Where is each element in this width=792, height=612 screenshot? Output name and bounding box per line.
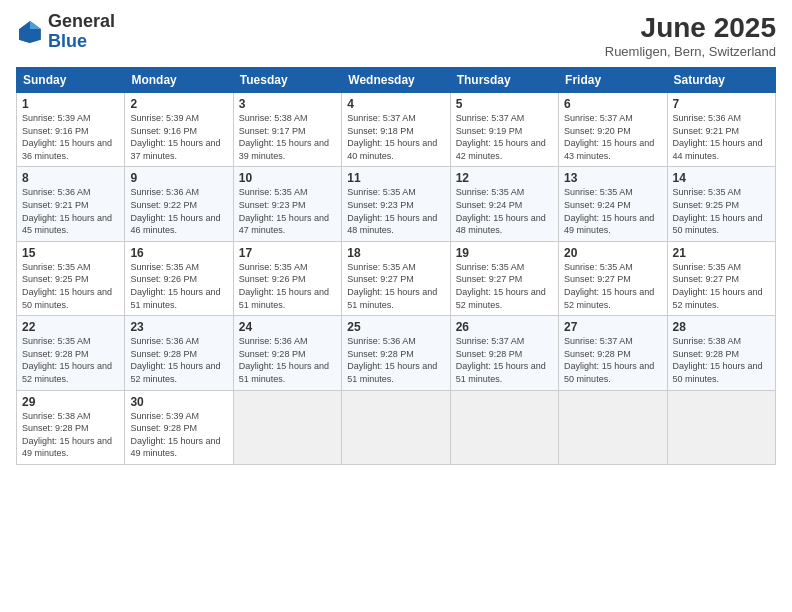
svg-marker-2 (19, 29, 30, 43)
day-info: Sunrise: 5:39 AMSunset: 9:16 PMDaylight:… (22, 113, 112, 161)
calendar-cell: 21Sunrise: 5:35 AMSunset: 9:27 PMDayligh… (667, 241, 775, 315)
calendar-cell: 12Sunrise: 5:35 AMSunset: 9:24 PMDayligh… (450, 167, 558, 241)
month-title: June 2025 (605, 12, 776, 44)
page-header: General Blue June 2025 Ruemligen, Bern, … (16, 12, 776, 59)
calendar-cell: 20Sunrise: 5:35 AMSunset: 9:27 PMDayligh… (559, 241, 667, 315)
day-number: 2 (130, 97, 227, 111)
logo-blue: Blue (48, 31, 87, 51)
calendar-cell: 8Sunrise: 5:36 AMSunset: 9:21 PMDaylight… (17, 167, 125, 241)
calendar-cell (342, 390, 450, 464)
day-info: Sunrise: 5:36 AMSunset: 9:28 PMDaylight:… (239, 336, 329, 384)
calendar-cell: 18Sunrise: 5:35 AMSunset: 9:27 PMDayligh… (342, 241, 450, 315)
calendar-cell: 15Sunrise: 5:35 AMSunset: 9:25 PMDayligh… (17, 241, 125, 315)
day-number: 5 (456, 97, 553, 111)
calendar-page: General Blue June 2025 Ruemligen, Bern, … (0, 0, 792, 612)
day-number: 7 (673, 97, 770, 111)
logo-general: General (48, 11, 115, 31)
calendar-cell: 30Sunrise: 5:39 AMSunset: 9:28 PMDayligh… (125, 390, 233, 464)
day-number: 6 (564, 97, 661, 111)
day-number: 22 (22, 320, 119, 334)
day-info: Sunrise: 5:35 AMSunset: 9:26 PMDaylight:… (130, 262, 220, 310)
calendar-cell: 10Sunrise: 5:35 AMSunset: 9:23 PMDayligh… (233, 167, 341, 241)
calendar-cell: 29Sunrise: 5:38 AMSunset: 9:28 PMDayligh… (17, 390, 125, 464)
weekday-header: Monday (125, 68, 233, 93)
weekday-header: Wednesday (342, 68, 450, 93)
day-info: Sunrise: 5:35 AMSunset: 9:23 PMDaylight:… (347, 187, 437, 235)
day-number: 9 (130, 171, 227, 185)
day-info: Sunrise: 5:36 AMSunset: 9:21 PMDaylight:… (22, 187, 112, 235)
day-number: 3 (239, 97, 336, 111)
calendar-cell: 13Sunrise: 5:35 AMSunset: 9:24 PMDayligh… (559, 167, 667, 241)
day-info: Sunrise: 5:35 AMSunset: 9:26 PMDaylight:… (239, 262, 329, 310)
day-info: Sunrise: 5:38 AMSunset: 9:28 PMDaylight:… (22, 411, 112, 459)
day-number: 8 (22, 171, 119, 185)
day-info: Sunrise: 5:38 AMSunset: 9:17 PMDaylight:… (239, 113, 329, 161)
day-info: Sunrise: 5:37 AMSunset: 9:18 PMDaylight:… (347, 113, 437, 161)
location: Ruemligen, Bern, Switzerland (605, 44, 776, 59)
calendar-cell (667, 390, 775, 464)
day-info: Sunrise: 5:36 AMSunset: 9:28 PMDaylight:… (347, 336, 437, 384)
day-number: 13 (564, 171, 661, 185)
day-info: Sunrise: 5:35 AMSunset: 9:25 PMDaylight:… (673, 187, 763, 235)
day-info: Sunrise: 5:35 AMSunset: 9:24 PMDaylight:… (564, 187, 654, 235)
logo-text: General Blue (48, 12, 115, 52)
day-info: Sunrise: 5:37 AMSunset: 9:19 PMDaylight:… (456, 113, 546, 161)
weekday-header: Thursday (450, 68, 558, 93)
day-info: Sunrise: 5:35 AMSunset: 9:25 PMDaylight:… (22, 262, 112, 310)
day-info: Sunrise: 5:39 AMSunset: 9:28 PMDaylight:… (130, 411, 220, 459)
calendar-cell: 9Sunrise: 5:36 AMSunset: 9:22 PMDaylight… (125, 167, 233, 241)
weekday-header: Saturday (667, 68, 775, 93)
calendar-cell: 22Sunrise: 5:35 AMSunset: 9:28 PMDayligh… (17, 316, 125, 390)
calendar-week-row: 22Sunrise: 5:35 AMSunset: 9:28 PMDayligh… (17, 316, 776, 390)
day-number: 19 (456, 246, 553, 260)
day-info: Sunrise: 5:35 AMSunset: 9:23 PMDaylight:… (239, 187, 329, 235)
day-number: 29 (22, 395, 119, 409)
calendar-table: SundayMondayTuesdayWednesdayThursdayFrid… (16, 67, 776, 465)
weekday-header: Sunday (17, 68, 125, 93)
day-info: Sunrise: 5:39 AMSunset: 9:16 PMDaylight:… (130, 113, 220, 161)
calendar-cell: 6Sunrise: 5:37 AMSunset: 9:20 PMDaylight… (559, 93, 667, 167)
logo: General Blue (16, 12, 115, 52)
calendar-cell: 11Sunrise: 5:35 AMSunset: 9:23 PMDayligh… (342, 167, 450, 241)
day-number: 16 (130, 246, 227, 260)
day-number: 4 (347, 97, 444, 111)
calendar-cell: 23Sunrise: 5:36 AMSunset: 9:28 PMDayligh… (125, 316, 233, 390)
day-number: 10 (239, 171, 336, 185)
calendar-cell: 14Sunrise: 5:35 AMSunset: 9:25 PMDayligh… (667, 167, 775, 241)
calendar-week-row: 1Sunrise: 5:39 AMSunset: 9:16 PMDaylight… (17, 93, 776, 167)
day-number: 12 (456, 171, 553, 185)
day-number: 18 (347, 246, 444, 260)
day-number: 11 (347, 171, 444, 185)
day-info: Sunrise: 5:38 AMSunset: 9:28 PMDaylight:… (673, 336, 763, 384)
day-info: Sunrise: 5:35 AMSunset: 9:27 PMDaylight:… (347, 262, 437, 310)
day-number: 27 (564, 320, 661, 334)
day-number: 20 (564, 246, 661, 260)
day-number: 26 (456, 320, 553, 334)
calendar-cell (559, 390, 667, 464)
calendar-cell: 2Sunrise: 5:39 AMSunset: 9:16 PMDaylight… (125, 93, 233, 167)
calendar-cell: 27Sunrise: 5:37 AMSunset: 9:28 PMDayligh… (559, 316, 667, 390)
day-number: 15 (22, 246, 119, 260)
day-number: 28 (673, 320, 770, 334)
calendar-cell: 19Sunrise: 5:35 AMSunset: 9:27 PMDayligh… (450, 241, 558, 315)
day-number: 30 (130, 395, 227, 409)
calendar-cell: 26Sunrise: 5:37 AMSunset: 9:28 PMDayligh… (450, 316, 558, 390)
calendar-cell: 24Sunrise: 5:36 AMSunset: 9:28 PMDayligh… (233, 316, 341, 390)
calendar-cell (233, 390, 341, 464)
day-info: Sunrise: 5:36 AMSunset: 9:22 PMDaylight:… (130, 187, 220, 235)
title-block: June 2025 Ruemligen, Bern, Switzerland (605, 12, 776, 59)
day-info: Sunrise: 5:35 AMSunset: 9:27 PMDaylight:… (564, 262, 654, 310)
day-number: 24 (239, 320, 336, 334)
day-info: Sunrise: 5:35 AMSunset: 9:28 PMDaylight:… (22, 336, 112, 384)
day-number: 1 (22, 97, 119, 111)
day-number: 23 (130, 320, 227, 334)
day-number: 14 (673, 171, 770, 185)
day-info: Sunrise: 5:37 AMSunset: 9:28 PMDaylight:… (564, 336, 654, 384)
calendar-cell: 16Sunrise: 5:35 AMSunset: 9:26 PMDayligh… (125, 241, 233, 315)
day-info: Sunrise: 5:35 AMSunset: 9:27 PMDaylight:… (673, 262, 763, 310)
calendar-cell: 1Sunrise: 5:39 AMSunset: 9:16 PMDaylight… (17, 93, 125, 167)
day-info: Sunrise: 5:35 AMSunset: 9:27 PMDaylight:… (456, 262, 546, 310)
header-row: SundayMondayTuesdayWednesdayThursdayFrid… (17, 68, 776, 93)
calendar-cell: 4Sunrise: 5:37 AMSunset: 9:18 PMDaylight… (342, 93, 450, 167)
day-number: 25 (347, 320, 444, 334)
